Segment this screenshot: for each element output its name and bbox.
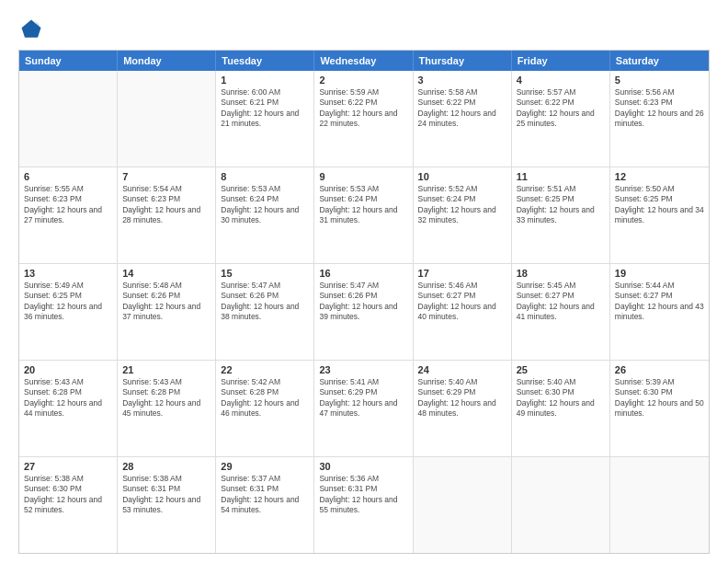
day-number: 10	[418, 171, 506, 182]
cal-day-14: 14Sunrise: 5:48 AMSunset: 6:26 PMDayligh…	[118, 264, 216, 360]
day-number: 5	[615, 75, 704, 86]
day-info: Sunrise: 5:53 AMSunset: 6:24 PMDaylight:…	[319, 184, 407, 226]
day-info: Sunrise: 6:00 AMSunset: 6:21 PMDaylight:…	[221, 87, 309, 130]
logo	[18, 17, 48, 42]
day-number: 23	[319, 364, 407, 375]
day-number: 4	[517, 75, 605, 86]
cal-day-20: 20Sunrise: 5:43 AMSunset: 6:28 PMDayligh…	[19, 361, 118, 456]
cal-day-5: 5Sunrise: 5:56 AMSunset: 6:23 PMDaylight…	[610, 71, 709, 167]
day-number: 21	[122, 364, 210, 375]
day-info: Sunrise: 5:45 AMSunset: 6:27 PMDaylight:…	[517, 281, 605, 323]
day-info: Sunrise: 5:39 AMSunset: 6:30 PMDaylight:…	[615, 377, 704, 419]
cal-week: 1Sunrise: 6:00 AMSunset: 6:21 PMDaylight…	[19, 71, 709, 167]
day-number: 6	[24, 171, 112, 182]
header	[18, 17, 710, 42]
day-number: 15	[221, 268, 309, 279]
day-number: 25	[517, 364, 605, 375]
day-number: 26	[615, 364, 704, 375]
cal-day-29: 29Sunrise: 5:37 AMSunset: 6:31 PMDayligh…	[216, 457, 314, 553]
day-info: Sunrise: 5:41 AMSunset: 6:29 PMDaylight:…	[319, 377, 407, 419]
cal-day-16: 16Sunrise: 5:47 AMSunset: 6:26 PMDayligh…	[314, 264, 413, 360]
day-info: Sunrise: 5:44 AMSunset: 6:27 PMDaylight:…	[615, 281, 704, 323]
cal-day-23: 23Sunrise: 5:41 AMSunset: 6:29 PMDayligh…	[314, 361, 413, 456]
page: SundayMondayTuesdayWednesdayThursdayFrid…	[0, 0, 728, 563]
cal-day-24: 24Sunrise: 5:40 AMSunset: 6:29 PMDayligh…	[414, 361, 512, 456]
cal-day-27: 27Sunrise: 5:38 AMSunset: 6:30 PMDayligh…	[19, 457, 118, 553]
day-number: 18	[517, 268, 605, 279]
cal-header-cell: Saturday	[610, 51, 709, 71]
cal-day-8: 8Sunrise: 5:53 AMSunset: 6:24 PMDaylight…	[216, 167, 314, 263]
day-number: 19	[615, 268, 704, 279]
day-number: 9	[319, 171, 407, 182]
day-info: Sunrise: 5:50 AMSunset: 6:25 PMDaylight:…	[615, 184, 704, 226]
day-info: Sunrise: 5:49 AMSunset: 6:25 PMDaylight:…	[24, 281, 112, 323]
day-number: 29	[221, 461, 309, 472]
day-number: 14	[122, 268, 210, 279]
cal-week: 20Sunrise: 5:43 AMSunset: 6:28 PMDayligh…	[19, 361, 709, 457]
logo-icon	[18, 17, 44, 42]
day-info: Sunrise: 5:46 AMSunset: 6:27 PMDaylight:…	[418, 281, 506, 323]
day-info: Sunrise: 5:53 AMSunset: 6:24 PMDaylight:…	[221, 184, 309, 226]
day-info: Sunrise: 5:57 AMSunset: 6:22 PMDaylight:…	[517, 87, 605, 130]
day-info: Sunrise: 5:40 AMSunset: 6:29 PMDaylight:…	[418, 377, 506, 419]
cal-empty	[512, 457, 610, 553]
cal-day-15: 15Sunrise: 5:47 AMSunset: 6:26 PMDayligh…	[216, 264, 314, 360]
cal-day-17: 17Sunrise: 5:46 AMSunset: 6:27 PMDayligh…	[414, 264, 512, 360]
cal-day-2: 2Sunrise: 5:59 AMSunset: 6:22 PMDaylight…	[314, 71, 413, 167]
cal-day-10: 10Sunrise: 5:52 AMSunset: 6:24 PMDayligh…	[414, 167, 512, 263]
calendar-header: SundayMondayTuesdayWednesdayThursdayFrid…	[19, 51, 709, 71]
day-number: 28	[122, 461, 210, 472]
day-number: 3	[418, 75, 506, 86]
cal-day-13: 13Sunrise: 5:49 AMSunset: 6:25 PMDayligh…	[19, 264, 118, 360]
cal-header-cell: Monday	[118, 51, 216, 71]
cal-day-1: 1Sunrise: 6:00 AMSunset: 6:21 PMDaylight…	[216, 71, 314, 167]
day-info: Sunrise: 5:43 AMSunset: 6:28 PMDaylight:…	[24, 377, 112, 419]
cal-day-6: 6Sunrise: 5:55 AMSunset: 6:23 PMDaylight…	[19, 167, 118, 263]
day-info: Sunrise: 5:48 AMSunset: 6:26 PMDaylight:…	[122, 281, 210, 323]
cal-day-22: 22Sunrise: 5:42 AMSunset: 6:28 PMDayligh…	[216, 361, 314, 456]
day-info: Sunrise: 5:47 AMSunset: 6:26 PMDaylight:…	[319, 281, 407, 323]
cal-week: 13Sunrise: 5:49 AMSunset: 6:25 PMDayligh…	[19, 264, 709, 361]
cal-header-cell: Thursday	[414, 51, 512, 71]
day-number: 13	[24, 268, 112, 279]
day-info: Sunrise: 5:55 AMSunset: 6:23 PMDaylight:…	[24, 184, 112, 226]
day-info: Sunrise: 5:42 AMSunset: 6:28 PMDaylight:…	[221, 377, 309, 419]
day-info: Sunrise: 5:52 AMSunset: 6:24 PMDaylight:…	[418, 184, 506, 226]
day-info: Sunrise: 5:47 AMSunset: 6:26 PMDaylight:…	[221, 281, 309, 323]
day-info: Sunrise: 5:43 AMSunset: 6:28 PMDaylight:…	[122, 377, 210, 419]
cal-week: 6Sunrise: 5:55 AMSunset: 6:23 PMDaylight…	[19, 167, 709, 264]
day-number: 17	[418, 268, 506, 279]
cal-day-26: 26Sunrise: 5:39 AMSunset: 6:30 PMDayligh…	[610, 361, 709, 456]
cal-day-30: 30Sunrise: 5:36 AMSunset: 6:31 PMDayligh…	[314, 457, 413, 553]
cal-empty	[610, 457, 709, 553]
day-number: 22	[221, 364, 309, 375]
cal-day-28: 28Sunrise: 5:38 AMSunset: 6:31 PMDayligh…	[118, 457, 216, 553]
calendar: SundayMondayTuesdayWednesdayThursdayFrid…	[18, 50, 710, 554]
day-number: 24	[418, 364, 506, 375]
svg-marker-0	[22, 20, 41, 38]
day-info: Sunrise: 5:51 AMSunset: 6:25 PMDaylight:…	[517, 184, 605, 226]
day-info: Sunrise: 5:56 AMSunset: 6:23 PMDaylight:…	[615, 87, 704, 130]
day-info: Sunrise: 5:40 AMSunset: 6:30 PMDaylight:…	[517, 377, 605, 419]
cal-day-25: 25Sunrise: 5:40 AMSunset: 6:30 PMDayligh…	[512, 361, 610, 456]
day-number: 16	[319, 268, 407, 279]
cal-header-cell: Friday	[512, 51, 610, 71]
cal-header-cell: Tuesday	[216, 51, 314, 71]
cal-day-7: 7Sunrise: 5:54 AMSunset: 6:23 PMDaylight…	[118, 167, 216, 263]
cal-day-18: 18Sunrise: 5:45 AMSunset: 6:27 PMDayligh…	[512, 264, 610, 360]
day-number: 1	[221, 75, 309, 86]
cal-day-19: 19Sunrise: 5:44 AMSunset: 6:27 PMDayligh…	[610, 264, 709, 360]
cal-week: 27Sunrise: 5:38 AMSunset: 6:30 PMDayligh…	[19, 457, 709, 553]
day-number: 27	[24, 461, 112, 472]
day-number: 2	[319, 75, 407, 86]
day-number: 7	[122, 171, 210, 182]
cal-day-12: 12Sunrise: 5:50 AMSunset: 6:25 PMDayligh…	[610, 167, 709, 263]
day-number: 30	[319, 461, 407, 472]
cal-empty	[414, 457, 512, 553]
day-info: Sunrise: 5:38 AMSunset: 6:31 PMDaylight:…	[122, 474, 210, 516]
cal-header-cell: Wednesday	[314, 51, 413, 71]
cal-day-3: 3Sunrise: 5:58 AMSunset: 6:22 PMDaylight…	[414, 71, 512, 167]
day-number: 12	[615, 171, 704, 182]
cal-empty	[118, 71, 216, 167]
day-number: 11	[517, 171, 605, 182]
